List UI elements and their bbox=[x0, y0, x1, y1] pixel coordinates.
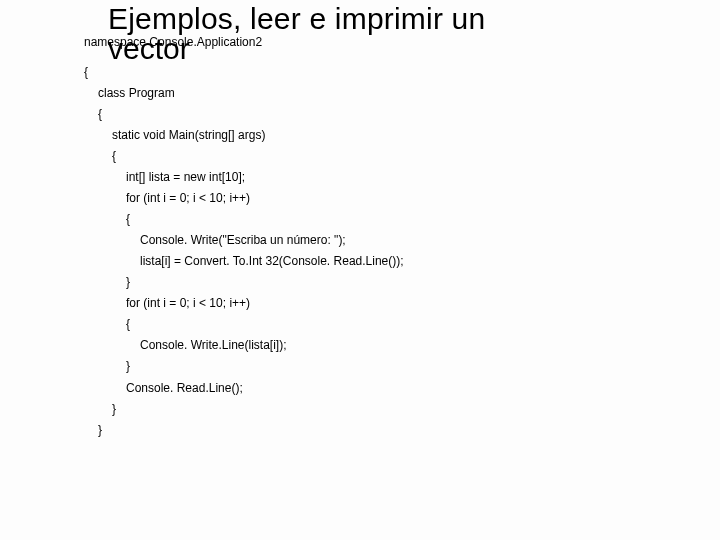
code-line: Console. Write.Line(lista[i]); bbox=[140, 339, 720, 351]
code-line: { bbox=[98, 108, 720, 120]
code-line: Console. Write("Escriba un número: "); bbox=[140, 234, 720, 246]
code-line-namespace: namespace Console.Application2 bbox=[84, 36, 262, 48]
code-line: { bbox=[126, 213, 720, 225]
code-line: { bbox=[84, 66, 720, 78]
code-block: { class Program { static void Main(strin… bbox=[0, 66, 720, 436]
slide: Ejemplos, leer e imprimir un vector name… bbox=[0, 0, 720, 540]
code-line: class Program bbox=[98, 87, 720, 99]
code-line: { bbox=[126, 318, 720, 330]
code-line: } bbox=[112, 403, 720, 415]
code-line: for (int i = 0; i < 10; i++) bbox=[126, 192, 720, 204]
code-line: Console. Read.Line(); bbox=[126, 382, 720, 394]
title-block: Ejemplos, leer e imprimir un vector name… bbox=[0, 4, 720, 66]
code-line: int[] lista = new int[10]; bbox=[126, 171, 720, 183]
code-line: } bbox=[98, 424, 720, 436]
code-line: static void Main(string[] args) bbox=[112, 129, 720, 141]
code-line: for (int i = 0; i < 10; i++) bbox=[126, 297, 720, 309]
code-line: } bbox=[126, 360, 720, 372]
code-line: { bbox=[112, 150, 720, 162]
code-line: } bbox=[126, 276, 720, 288]
code-line: lista[i] = Convert. To.Int 32(Console. R… bbox=[140, 255, 720, 267]
slide-title-line1: Ejemplos, leer e imprimir un bbox=[108, 4, 720, 34]
